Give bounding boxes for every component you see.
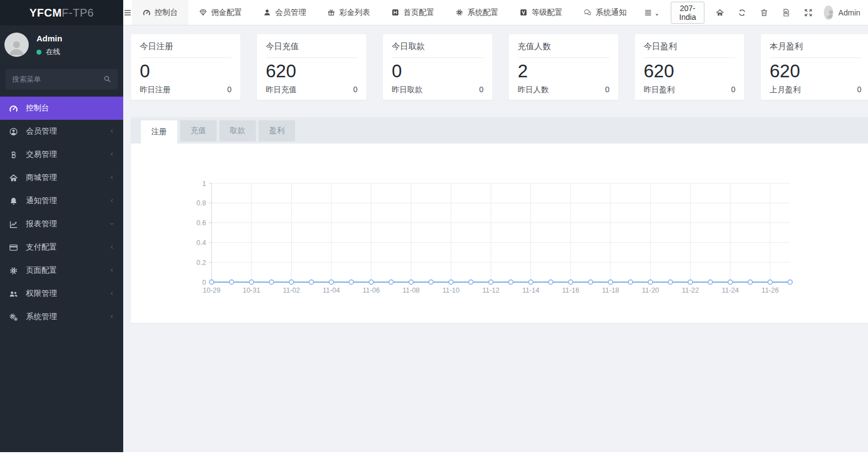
sidebar-item-label: 交易管理 bbox=[26, 150, 109, 160]
list-icon bbox=[644, 8, 653, 17]
sidebar-item[interactable]: 通知管理 bbox=[0, 189, 123, 213]
svg-text:11-14: 11-14 bbox=[522, 287, 539, 294]
h-square-icon bbox=[391, 8, 399, 17]
nav-item[interactable]: 系统配置 bbox=[445, 0, 509, 25]
svg-text:0.4: 0.4 bbox=[197, 239, 206, 247]
chart-panel: 注册充值取款盈利 00.20.40.60.8110-2910-3111-0211… bbox=[131, 118, 868, 323]
stat-card-value: 620 bbox=[644, 62, 735, 81]
stat-card: 充值人数2昨日人数0 bbox=[509, 34, 618, 100]
nav-item-label: 佣金配置 bbox=[211, 8, 242, 18]
divider bbox=[770, 57, 861, 58]
stat-card: 今日取款0昨日取款0 bbox=[383, 34, 492, 100]
svg-text:11-02: 11-02 bbox=[283, 287, 300, 294]
stat-card-sub-label: 昨日注册 bbox=[140, 85, 171, 95]
refresh-icon bbox=[738, 8, 746, 17]
navbar-avatar[interactable] bbox=[824, 6, 833, 20]
svg-text:11-20: 11-20 bbox=[642, 287, 659, 294]
divider bbox=[266, 57, 357, 58]
nav-item-label: 彩金列表 bbox=[339, 8, 370, 18]
sidebar-item[interactable]: 权限管理 bbox=[0, 282, 123, 305]
tab-active[interactable]: 注册 bbox=[141, 120, 177, 144]
home-button[interactable] bbox=[709, 0, 731, 25]
sidebar-item[interactable]: 交易管理 bbox=[0, 143, 123, 166]
svg-text:0.2: 0.2 bbox=[197, 259, 206, 267]
nav-item[interactable]: 彩金列表 bbox=[317, 0, 381, 25]
gift-icon bbox=[327, 8, 335, 17]
stat-card-title: 今日充值 bbox=[266, 41, 357, 52]
user-status: 在线 bbox=[36, 47, 62, 57]
stat-card-sub-label: 昨日人数 bbox=[518, 85, 549, 95]
sidebar-item-label: 支付配置 bbox=[26, 242, 109, 252]
sidebar-item[interactable]: 页面配置 bbox=[0, 259, 123, 282]
stat-card-sub-label: 昨日充值 bbox=[266, 85, 297, 95]
chevron-left-icon bbox=[109, 173, 115, 179]
sidebar-item[interactable]: 会员管理 bbox=[0, 120, 123, 143]
menu-list-dropdown[interactable] bbox=[637, 0, 666, 25]
chevron-left-icon bbox=[109, 312, 115, 319]
stat-card-value: 0 bbox=[140, 62, 232, 81]
bell-icon bbox=[9, 197, 18, 206]
divider bbox=[518, 57, 609, 58]
top-navbar: 控制台佣金配置会员管理彩金列表首页配置系统配置等级配置系统通知 207-Indi… bbox=[123, 0, 868, 25]
nav-actions bbox=[709, 0, 819, 25]
stat-card-value: 620 bbox=[770, 62, 861, 81]
gear-icon bbox=[455, 8, 464, 17]
nav-item[interactable]: 佣金配置 bbox=[188, 0, 252, 25]
sidebar-toggle-button[interactable] bbox=[123, 0, 132, 25]
sidebar-item[interactable]: 支付配置 bbox=[0, 236, 123, 259]
stat-card-title: 今日取款 bbox=[392, 41, 483, 52]
cogs-icon bbox=[9, 312, 18, 322]
home-icon bbox=[9, 173, 18, 183]
nav-item[interactable]: 控制台 bbox=[132, 0, 188, 25]
divider bbox=[140, 57, 232, 58]
stat-card-title: 本月盈利 bbox=[770, 41, 861, 52]
person-icon bbox=[7, 36, 27, 57]
clear-cache-icon bbox=[782, 8, 791, 17]
expand-button[interactable] bbox=[797, 0, 819, 25]
svg-text:0: 0 bbox=[202, 279, 206, 287]
chart-svg: 00.20.40.60.8110-2910-3111-0211-0411-061… bbox=[131, 144, 868, 323]
search-input[interactable] bbox=[6, 69, 118, 89]
horizontal-scrollbar[interactable] bbox=[0, 452, 868, 456]
sidebar-item[interactable]: 商城管理 bbox=[0, 166, 123, 189]
nav-item[interactable]: 系统通知 bbox=[573, 0, 637, 25]
clear-cache-button[interactable] bbox=[775, 0, 797, 25]
caret-down-icon bbox=[654, 10, 660, 15]
sidebar: YFCMF-TP6 Admin 在线 控制台会员管理交易管理商城管理通知管理报表… bbox=[0, 0, 123, 452]
svg-text:11-06: 11-06 bbox=[362, 287, 380, 294]
stat-card-title: 充值人数 bbox=[518, 41, 609, 52]
navbar-right: 207-India Admin bbox=[637, 0, 868, 25]
stat-card-sub-value: 0 bbox=[857, 85, 861, 95]
nav-item[interactable]: 会员管理 bbox=[252, 0, 317, 25]
chevron-left-icon bbox=[109, 266, 115, 272]
svg-text:10-31: 10-31 bbox=[243, 287, 260, 294]
refresh-button[interactable] bbox=[731, 0, 753, 25]
sidebar-item[interactable]: 控制台 bbox=[0, 97, 123, 120]
tachometer-icon bbox=[9, 104, 18, 113]
app-logo: YFCMF-TP6 bbox=[0, 0, 123, 25]
trash-button[interactable] bbox=[753, 0, 775, 25]
sidebar-item[interactable]: 报表管理 bbox=[0, 213, 123, 236]
stat-card-sub-value: 0 bbox=[353, 85, 357, 95]
sidebar-item-label: 权限管理 bbox=[26, 289, 109, 299]
gear-icon bbox=[9, 266, 18, 275]
navbar-admin-name[interactable]: Admin bbox=[838, 8, 860, 17]
trash-icon bbox=[760, 8, 769, 17]
tab-inactive[interactable]: 充值 bbox=[180, 120, 217, 141]
nav-items: 控制台佣金配置会员管理彩金列表首页配置系统配置等级配置系统通知 bbox=[132, 0, 637, 25]
chevron-left-icon bbox=[109, 197, 115, 203]
stat-card: 今日充值620昨日充值0 bbox=[257, 34, 366, 100]
stat-card-sub-value: 0 bbox=[605, 85, 609, 95]
sidebar-item-label: 通知管理 bbox=[26, 196, 109, 206]
line-chart: 00.20.40.60.8110-2910-3111-0211-0411-061… bbox=[131, 144, 868, 323]
tab-inactive[interactable]: 盈利 bbox=[259, 120, 295, 141]
sidebar-item[interactable]: 系统管理 bbox=[0, 305, 123, 328]
sidebar-item-label: 报表管理 bbox=[26, 219, 109, 229]
site-selector-button[interactable]: 207-India bbox=[671, 2, 704, 24]
nav-item[interactable]: 等级配置 bbox=[509, 0, 573, 25]
nav-item-label: 会员管理 bbox=[275, 8, 306, 18]
tab-inactive[interactable]: 取款 bbox=[219, 120, 256, 141]
online-dot-icon bbox=[36, 50, 41, 55]
chevron-down-icon bbox=[109, 220, 115, 226]
nav-item[interactable]: 首页配置 bbox=[381, 0, 445, 25]
